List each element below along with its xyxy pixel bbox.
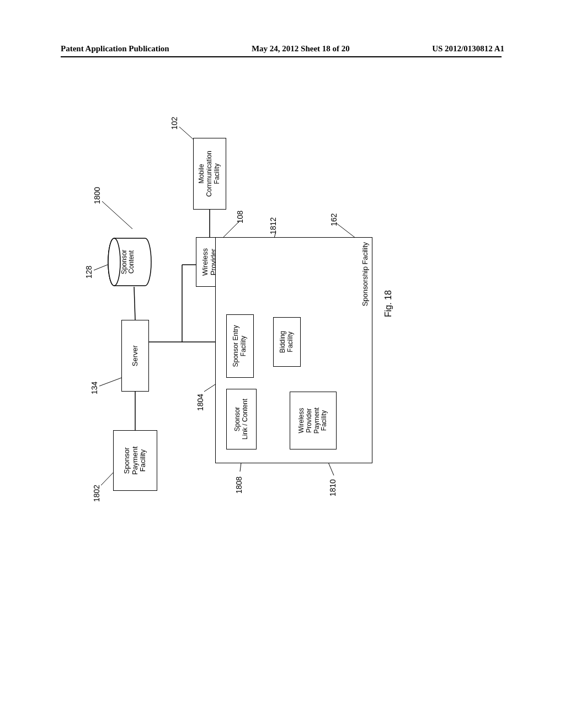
figure-canvas: Sponsor Payment Facility Server Sponsor … [91,94,395,502]
sponsorship-facility-label: Sponsorship Facility [361,242,370,306]
box-bidding-facility: Bidding Facility [273,317,301,367]
svg-line-8 [101,472,114,485]
ref-162: 162 [329,213,338,226]
box-sponsor-link-content: Sponsor Link / Content [226,389,257,449]
box-wireless-provider-payment-facility: Wireless Provider Payment Facility [290,392,337,449]
box-sponsor-payment-facility: Sponsor Payment Facility [113,430,157,491]
ref-1812: 1812 [269,217,278,234]
svg-line-9 [99,378,121,386]
header-center: May 24, 2012 Sheet 18 of 20 [252,44,350,53]
header-rule [61,56,502,57]
svg-line-18 [337,223,356,238]
svg-line-12 [179,127,195,141]
svg-line-1 [134,287,135,320]
ref-108: 108 [236,211,244,223]
box-sponsor-entry-facility: Sponsor Entry Facility [226,314,254,378]
ref-1808: 1808 [234,477,243,494]
cylinder-label: Sponsor Content [121,237,135,287]
box-mobile-communication-facility: Mobile Communication Facility [193,138,226,210]
header-right: US 2012/0130812 A1 [432,44,504,53]
page-header: Patent Application Publication May 24, 2… [0,44,565,53]
svg-line-10 [94,265,108,270]
figure-number: Fig. 18 [383,290,393,317]
ref-134: 134 [90,382,99,394]
cylinder-sponsor-content: Sponsor Content [108,237,152,287]
ref-1800: 1800 [93,187,102,204]
ref-1804: 1804 [196,394,205,411]
header-left: Patent Application Publication [61,44,169,53]
ref-1810: 1810 [328,479,337,496]
figure-wrapper: Sponsor Payment Facility Server Sponsor … [50,88,436,507]
svg-line-11 [102,201,132,229]
svg-point-20 [108,238,120,286]
box-server: Server [121,320,149,392]
ref-102: 102 [170,117,179,130]
ref-128: 128 [84,266,93,279]
ref-1802: 1802 [92,485,101,502]
